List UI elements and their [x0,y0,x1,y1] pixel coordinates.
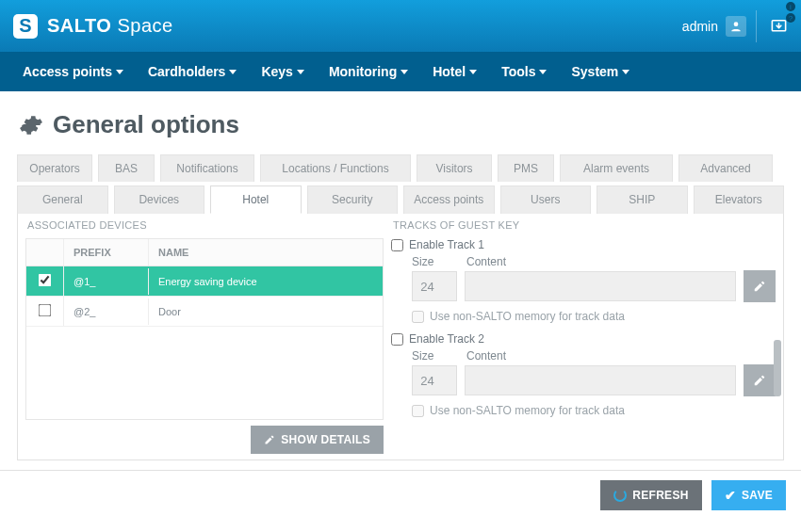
brand-title: SALTO Space [47,15,173,37]
cell-prefix: @2_ [64,298,149,325]
pencil-icon [753,374,766,387]
chevron-down-icon [229,70,237,74]
track-block-1: Enable Track 1SizeContent Use non-SALTO … [391,238,776,323]
nav-item-tools[interactable]: Tools [501,52,547,91]
page-title: General options [53,110,239,139]
track-enable-checkbox[interactable] [391,333,403,346]
column-checkbox [26,239,64,266]
track-edit-button[interactable] [744,270,776,302]
tab-bas[interactable]: BAS [98,154,155,182]
tab-locations-functions[interactable]: Locations / Functions [260,154,411,182]
tab-general[interactable]: General [17,185,108,214]
gear-icon [19,113,43,137]
track-size-input[interactable] [412,365,457,395]
user-avatar-icon [726,16,746,37]
refresh-icon [613,489,627,502]
tab-notifications[interactable]: Notifications [160,154,254,182]
track-enable-2[interactable]: Enable Track 2 [391,332,776,346]
associated-devices-label: ASSOCIATED DEVICES [27,219,384,231]
footer-actions: REFRESH ✔ SAVE [0,470,801,520]
save-button[interactable]: ✔ SAVE [711,480,786,510]
row-checkbox[interactable] [39,274,52,287]
content-label: Content [466,255,776,268]
svg-point-0 [734,22,739,26]
nav-item-hotel[interactable]: Hotel [433,52,477,91]
tracks-label: TRACKS OF GUEST KEY [393,219,776,231]
tab-users[interactable]: Users [500,185,592,214]
tab-access-points[interactable]: Access points [403,185,495,214]
nav-item-monitoring[interactable]: Monitoring [329,52,408,91]
content-label: Content [466,349,776,363]
chevron-down-icon [400,70,408,74]
track-block-2: Enable Track 2SizeContent Use non-SALTO … [391,332,776,417]
tab-alarm-events[interactable]: Alarm events [560,154,673,182]
tab-pms[interactable]: PMS [498,154,554,182]
column-prefix: PREFIX [64,239,149,266]
info-icon[interactable]: i [786,2,795,11]
table-row[interactable]: @2_Door [26,297,383,327]
tab-elevators[interactable]: Elevators [694,185,785,214]
table-row[interactable]: @1_Energy saving device [26,266,383,297]
tab-ship[interactable]: SHIP [597,185,688,214]
refresh-button[interactable]: REFRESH [600,480,701,510]
track-content-input[interactable] [465,271,736,301]
chevron-down-icon [116,70,123,74]
track-enable-1[interactable]: Enable Track 1 [391,238,776,251]
help-icon[interactable]: ? [786,13,795,23]
cell-name: Energy saving device [149,268,383,295]
chevron-down-icon [297,70,304,74]
chevron-down-icon [469,70,477,74]
tab-visitors[interactable]: Visitors [417,154,492,182]
pencil-icon [753,280,766,293]
cell-prefix: @1_ [64,268,149,295]
associated-devices-table: PREFIX NAME @1_Energy saving device@2_Do… [25,238,384,420]
show-details-button[interactable]: SHOW DETAILS [251,426,384,454]
tab-advanced[interactable]: Advanced [678,154,773,182]
nav-item-cardholders[interactable]: Cardholders [148,52,237,91]
brand-header: i ? S SALTO Space admin [0,0,801,52]
tab-strip-secondary: GeneralDevicesHotelSecurityAccess points… [17,185,784,214]
track-edit-button[interactable] [744,364,776,396]
scrollbar-thumb[interactable] [774,340,781,396]
download-icon[interactable] [756,10,788,42]
check-icon: ✔ [725,488,736,503]
track-size-input[interactable] [412,271,457,301]
tab-devices[interactable]: Devices [114,185,205,214]
nav-item-access-points[interactable]: Access points [23,52,123,91]
cell-name: Door [149,298,383,325]
row-checkbox[interactable] [39,304,52,317]
track-nonsalto-1[interactable]: Use non-SALTO memory for track data [412,310,776,323]
tab-hotel[interactable]: Hotel [210,185,302,214]
chevron-down-icon [622,70,629,74]
track-nonsalto-2[interactable]: Use non-SALTO memory for track data [412,404,776,417]
user-menu[interactable]: admin [682,16,746,37]
nonsalto-checkbox[interactable] [412,311,424,323]
brand-logo: S [13,14,38,39]
tab-security[interactable]: Security [307,185,399,214]
nav-item-system[interactable]: System [571,52,629,91]
main-nav: Access pointsCardholdersKeysMonitoringHo… [0,52,801,91]
tab-operators[interactable]: Operators [17,154,92,182]
nav-item-keys[interactable]: Keys [261,52,303,91]
pencil-icon [264,434,275,445]
chevron-down-icon [539,70,547,74]
nonsalto-checkbox[interactable] [412,405,424,417]
tab-strip-primary: OperatorsBASNotificationsLocations / Fun… [17,154,784,182]
size-label: Size [412,255,459,268]
track-content-input[interactable] [465,365,736,395]
track-enable-checkbox[interactable] [391,239,403,251]
column-name: NAME [149,239,383,266]
size-label: Size [412,349,459,363]
user-name: admin [682,19,718,34]
